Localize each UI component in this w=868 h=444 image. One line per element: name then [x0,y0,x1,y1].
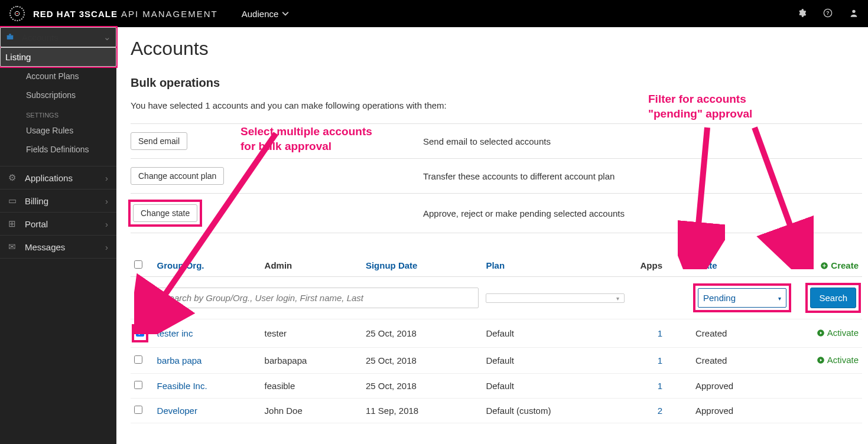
row-checkbox[interactable] [134,355,142,364]
sidebar: Accounts ⌄ Listing Account Plans Subscri… [0,27,116,444]
gear-icon[interactable] [797,8,807,19]
select-all-checkbox[interactable] [134,260,142,269]
row-date: 25 Oct, 2018 [362,348,482,374]
col-apps: Apps [628,254,666,277]
bulk-row-send-email: Send email Send email to selected accoun… [131,123,862,159]
sidebar-item-label: Accounts [22,32,58,43]
sidebar-item-accounts[interactable]: Accounts ⌄ [0,27,116,47]
sidebar-sub-listing[interactable]: Listing [0,47,116,67]
col-create: Create [792,254,862,277]
brand: RED HAT 3SCALEAPI MANAGEMENT [33,9,218,19]
search-button[interactable]: Search [810,288,856,308]
table-row: barba papa barbapapa 25 Oct, 2018 Defaul… [131,348,862,374]
row-admin: barbapapa [261,348,362,374]
bulk-description: You have selected 1 accounts and you can… [131,100,862,110]
briefcase-icon [5,32,16,43]
envelope-icon: ✉ [8,241,19,252]
table-row: Developer John Doe 11 Sep, 2018 Default … [131,398,862,423]
table-row: Feasible Inc. feasible 25 Oct, 2018 Defa… [131,373,862,398]
row-date: 25 Oct, 2018 [362,373,482,398]
row-plan: Default [482,319,628,348]
create-button[interactable]: Create [796,260,859,270]
plus-circle-icon [820,262,828,270]
org-link[interactable]: Feasible Inc. [157,381,207,391]
row-state: Created [666,319,792,348]
sidebar-heading-settings: Settings [0,105,116,121]
row-state: Approved [666,398,792,423]
col-signup[interactable]: Signup Date [362,254,482,277]
sidebar-sub-subscriptions[interactable]: Subscriptions [0,86,116,105]
row-checkbox[interactable] [136,328,144,337]
row-plan: Default [482,348,628,374]
row-date: 25 Oct, 2018 [362,319,482,348]
apps-link[interactable]: 2 [658,406,662,416]
state-filter-select[interactable]: Pending▾ [698,288,786,308]
plan-filter-select[interactable]: ▾ [486,293,624,303]
bulk-heading: Bulk operations [131,76,862,90]
accounts-table: Group/Org. Admin Signup Date Plan Apps S… [131,254,862,423]
row-plan: Default (custom) [482,398,628,423]
row-plan: Default [482,373,628,398]
svg-rect-3 [7,35,14,39]
sidebar-item-portal[interactable]: ⊞ Portal › [0,213,116,236]
audience-label: Audience [242,9,279,19]
send-email-button[interactable]: Send email [131,132,187,150]
apps-link[interactable]: 1 [658,381,662,391]
org-link[interactable]: tester inc [157,328,193,338]
logo-icon [9,6,25,21]
audience-dropdown[interactable]: Audience [242,9,290,19]
page-title: Accounts [131,38,862,60]
sitemap-icon: ⊞ [8,218,19,229]
row-state: Approved [666,373,792,398]
col-group[interactable]: Group/Org. [154,254,261,277]
org-link[interactable]: barba papa [157,355,202,365]
chevron-down-icon [282,10,289,17]
search-input[interactable] [157,288,479,308]
play-circle-icon [817,356,825,364]
apps-link[interactable]: 1 [658,355,662,365]
chevron-right-icon: › [105,173,108,183]
col-state[interactable]: State [666,254,792,277]
sidebar-item-billing[interactable]: ▭ Billing › [0,190,116,213]
row-admin: tester [261,319,362,348]
chevron-right-icon: › [105,196,108,206]
row-admin: feasible [261,373,362,398]
bulk-row-change-state: Change state Approve, reject or make pen… [131,194,862,233]
activate-button[interactable]: Activate [817,355,859,365]
caret-down-icon: ▾ [616,295,619,301]
row-admin: John Doe [261,398,362,423]
table-row: tester inc tester 25 Oct, 2018 Default 1… [131,319,862,348]
caret-down-icon: ▾ [778,295,781,301]
bulk-row-text: Send email to selected accounts [423,136,551,146]
sidebar-sub-usage-rules[interactable]: Usage Rules [0,121,116,140]
sidebar-sub-fields-definitions[interactable]: Fields Definitions [0,140,116,159]
annotation-highlight-search: Search [808,285,859,311]
main-content: Accounts Bulk operations You have select… [116,27,868,444]
row-checkbox[interactable] [134,406,142,414]
svg-text:?: ? [826,10,829,16]
chevron-right-icon: › [105,242,108,252]
row-checkbox[interactable] [134,381,142,389]
annotation-highlight-state-filter: Pending▾ [695,286,789,310]
sidebar-sub-account-plans[interactable]: Account Plans [0,67,116,86]
svg-rect-4 [9,34,11,35]
svg-point-2 [852,9,855,12]
row-date: 11 Sep, 2018 [362,398,482,423]
change-plan-button[interactable]: Change account plan [131,167,224,185]
sidebar-item-applications[interactable]: ⚙ Applications › [0,166,116,190]
activate-button[interactable]: Activate [817,328,859,338]
sidebar-item-messages[interactable]: ✉ Messages › [0,236,116,259]
top-bar: RED HAT 3SCALEAPI MANAGEMENT Audience ? [0,0,868,27]
org-link[interactable]: Developer [157,406,197,416]
apps-link[interactable]: 1 [658,328,662,338]
bulk-row-text: Transfer these accounts to different acc… [423,171,615,181]
top-icons: ? [797,8,859,19]
chevron-down-icon: ⌄ [103,32,111,43]
bulk-row-text: Approve, reject or make pending selected… [423,208,625,218]
col-plan[interactable]: Plan [482,254,628,277]
user-icon[interactable] [849,8,859,19]
help-icon[interactable]: ? [823,8,833,19]
col-admin: Admin [261,254,362,277]
change-state-button[interactable]: Change state [133,204,197,222]
annotation-highlight-checkbox [134,327,146,340]
